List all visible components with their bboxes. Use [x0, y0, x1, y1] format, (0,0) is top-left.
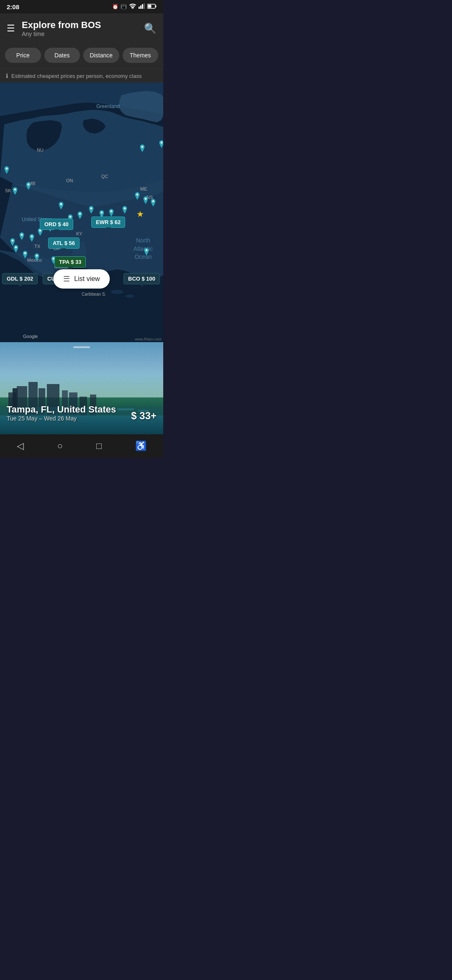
- loc-pin-8[interactable]: [77, 211, 83, 219]
- status-bar: 2:08 ⏰ 📳: [0, 0, 163, 13]
- loc-pin-4[interactable]: [121, 206, 128, 214]
- list-view-label: List view: [74, 275, 100, 283]
- list-view-button[interactable]: ☰ List view: [53, 269, 110, 289]
- destination-info: Tampa, FL, United States Tue 25 May – We…: [7, 404, 116, 422]
- svg-point-36: [14, 188, 16, 191]
- svg-point-25: [21, 234, 23, 236]
- svg-point-0: [132, 8, 134, 9]
- svg-point-13: [152, 200, 154, 202]
- svg-point-35: [6, 168, 8, 170]
- header-left: ☰ Explore from BOS Any time: [7, 20, 101, 37]
- pin-atl[interactable]: ATL $ 56: [48, 237, 80, 249]
- svg-rect-3: [142, 4, 143, 9]
- svg-point-29: [36, 255, 38, 257]
- svg-rect-1: [139, 7, 140, 9]
- page-title: Explore from BOS: [22, 20, 101, 31]
- pin-ord[interactable]: ORD $ 40: [40, 219, 73, 230]
- status-time: 2:08: [7, 3, 19, 10]
- svg-point-28: [24, 252, 26, 254]
- loc-pin-g1[interactable]: [139, 144, 146, 152]
- svg-point-18: [79, 213, 81, 215]
- pin-gdl[interactable]: GDL $ 202: [2, 273, 38, 284]
- info-icon: ℹ: [6, 72, 8, 79]
- www-label: www.frfaim.com: [135, 337, 162, 341]
- accessibility-button[interactable]: ♿: [127, 437, 155, 455]
- svg-point-14: [124, 207, 126, 209]
- loc-pin-19[interactable]: [33, 253, 40, 261]
- search-icon[interactable]: 🔍: [144, 23, 157, 34]
- loc-pin-5[interactable]: [108, 209, 115, 217]
- loc-pin-17[interactable]: [13, 245, 19, 253]
- destination-card[interactable]: Tampa, FL, United States Tue 25 May – We…: [0, 342, 163, 434]
- svg-point-26: [12, 240, 14, 242]
- header-title-block: Explore from BOS Any time: [22, 20, 101, 37]
- svg-point-16: [101, 211, 103, 214]
- loc-pin-12[interactable]: [58, 202, 64, 209]
- loc-pin-1[interactable]: [142, 196, 149, 204]
- svg-point-33: [141, 146, 144, 148]
- page-subtitle: Any time: [22, 31, 101, 37]
- google-label: Google: [23, 334, 38, 339]
- svg-point-10: [126, 294, 134, 298]
- pin-bco[interactable]: BCO $ 100: [123, 273, 160, 284]
- svg-point-24: [31, 235, 33, 237]
- loc-pin-7[interactable]: [88, 206, 95, 214]
- status-icons: ⏰ 📳: [112, 3, 157, 10]
- svg-point-32: [146, 249, 148, 251]
- battery-icon: [147, 4, 157, 10]
- loc-pin-3[interactable]: [150, 199, 157, 206]
- destination-dates: Tue 25 May – Wed 26 May: [7, 415, 116, 422]
- loc-pin-18[interactable]: [22, 251, 28, 258]
- svg-point-34: [161, 142, 163, 144]
- home-button[interactable]: ○: [49, 437, 71, 455]
- map-container[interactable]: Greenland NU MB SK ON QC ME NS KY TX LA …: [0, 83, 163, 342]
- pin-ewr[interactable]: EWR $ 62: [91, 217, 125, 228]
- loc-pin-22[interactable]: [143, 248, 150, 255]
- loc-pin-c2[interactable]: [12, 187, 18, 195]
- recent-button[interactable]: □: [88, 437, 110, 455]
- back-button[interactable]: ◁: [8, 437, 32, 455]
- wifi-icon: [129, 3, 136, 10]
- svg-rect-4: [144, 3, 145, 9]
- filter-themes[interactable]: Themes: [123, 48, 159, 63]
- svg-rect-2: [140, 5, 141, 9]
- loc-pin-15[interactable]: [18, 232, 25, 240]
- loc-pin-c3[interactable]: [25, 182, 32, 190]
- loc-pin-g2[interactable]: [158, 140, 163, 148]
- loc-pin-14[interactable]: [28, 234, 35, 242]
- pin-tpa[interactable]: TPA $ 33: [54, 256, 86, 268]
- svg-point-19: [69, 216, 72, 218]
- svg-point-12: [136, 193, 139, 196]
- svg-point-27: [15, 246, 17, 248]
- menu-icon[interactable]: ☰: [7, 23, 15, 34]
- info-text: Estimated cheapest prices per person, ec…: [11, 73, 141, 79]
- list-icon: ☰: [63, 274, 70, 284]
- filter-tabs: Price Dates Distance Themes: [0, 44, 163, 69]
- svg-point-15: [110, 210, 113, 212]
- svg-point-9: [111, 290, 123, 294]
- filter-distance[interactable]: Distance: [83, 48, 119, 63]
- svg-rect-7: [148, 5, 152, 8]
- loc-pin-2[interactable]: [134, 192, 141, 200]
- alarm-icon: ⏰: [112, 4, 118, 10]
- drag-handle[interactable]: [73, 346, 90, 348]
- svg-point-22: [60, 203, 62, 205]
- nav-bar: ◁ ○ □ ♿: [0, 434, 163, 458]
- bos-marker: ★: [136, 209, 144, 219]
- svg-point-37: [28, 183, 30, 186]
- destination-price: $ 33+: [131, 410, 157, 422]
- svg-point-17: [90, 207, 92, 209]
- info-bar: ℹ Estimated cheapest prices per person, …: [0, 69, 163, 83]
- header: ☰ Explore from BOS Any time 🔍: [0, 13, 163, 44]
- svg-rect-6: [156, 5, 157, 7]
- vibrate-icon: 📳: [121, 4, 127, 10]
- loc-pin-c1[interactable]: [3, 166, 10, 174]
- filter-price[interactable]: Price: [5, 48, 41, 63]
- filter-dates[interactable]: Dates: [44, 48, 80, 63]
- svg-point-11: [145, 198, 147, 200]
- signal-icon: [139, 3, 145, 10]
- destination-city: Tampa, FL, United States: [7, 404, 116, 415]
